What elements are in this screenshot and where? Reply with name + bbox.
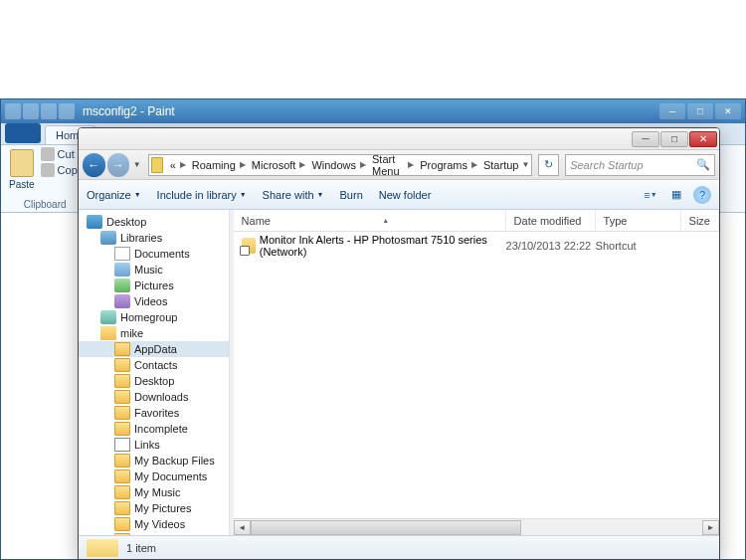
share-with-button[interactable]: Share with▼ (263, 189, 324, 201)
tree-item[interactable]: My Pictures (79, 500, 229, 516)
tree-item[interactable]: Saved Games (79, 532, 229, 535)
column-date[interactable]: Date modified (506, 210, 596, 231)
breadcrumb[interactable]: Start Menu▶ (369, 153, 417, 177)
cut-button[interactable]: Cut (41, 147, 84, 161)
paint-titlebar[interactable]: msconfig2 - Paint ─ □ ✕ (1, 99, 745, 123)
doc-icon (114, 247, 130, 261)
tree-item[interactable]: Desktop (79, 214, 229, 230)
forward-button[interactable]: → (107, 153, 130, 177)
search-icon: 🔍 (696, 158, 710, 171)
user-icon (100, 326, 116, 340)
nav-history-dropdown[interactable]: ▼ (131, 155, 142, 175)
burn-button[interactable]: Burn (340, 189, 363, 201)
tree-item-label: Videos (134, 295, 167, 307)
file-list[interactable]: Monitor Ink Alerts - HP Photosmart 7510 … (234, 232, 719, 518)
preview-pane-button[interactable]: ▦ (667, 186, 685, 204)
tree-item[interactable]: Desktop (79, 373, 229, 389)
tree-item[interactable]: Downloads (79, 389, 229, 405)
organize-button[interactable]: Organize▼ (87, 189, 141, 201)
desktop-icon (87, 215, 102, 229)
tree-item[interactable]: My Music (79, 484, 229, 500)
column-type[interactable]: Type (596, 210, 681, 231)
tree-item[interactable]: Favorites (79, 405, 229, 421)
tree-item[interactable]: My Videos (79, 516, 229, 532)
paint-file-menu[interactable] (5, 123, 41, 143)
link-icon (114, 438, 130, 452)
scroll-right-button[interactable]: ► (702, 520, 719, 535)
tree-item[interactable]: Contacts (79, 357, 229, 373)
horizontal-scrollbar[interactable]: ◄ ► (234, 518, 719, 535)
breadcrumb[interactable]: Startup (480, 159, 521, 171)
include-in-library-button[interactable]: Include in library▼ (157, 189, 247, 201)
column-size[interactable]: Size (681, 210, 719, 231)
paint-close-button[interactable]: ✕ (715, 103, 741, 119)
tree-item[interactable]: Documents (79, 246, 229, 262)
tree-item-label: Music (134, 264, 163, 276)
breadcrumb[interactable]: Programs▶ (417, 159, 480, 171)
explorer-close-button[interactable]: ✕ (689, 131, 717, 147)
save-icon[interactable] (23, 103, 39, 119)
tree-item[interactable]: My Documents (79, 468, 229, 484)
tree-item[interactable]: Homegroup (79, 309, 229, 325)
copy-button[interactable]: Copy (41, 163, 84, 177)
vid-icon (114, 294, 130, 308)
breadcrumb[interactable]: Roaming▶ (189, 159, 249, 171)
music-icon (114, 263, 130, 277)
breadcrumb[interactable]: Windows▶ (308, 159, 369, 171)
scroll-track[interactable] (251, 520, 702, 535)
breadcrumb-overflow[interactable]: «▶ (167, 159, 189, 171)
tree-item[interactable]: Pictures (79, 278, 229, 293)
scroll-left-button[interactable]: ◄ (234, 520, 251, 535)
tree-item[interactable]: Videos (79, 293, 229, 309)
explorer-titlebar[interactable]: ─ □ ✕ (79, 128, 719, 150)
column-name[interactable]: Name▲ (234, 210, 506, 231)
tree-item[interactable]: mike (79, 325, 229, 341)
explorer-maximize-button[interactable]: □ (660, 131, 688, 147)
refresh-button[interactable]: ↻ (538, 154, 559, 176)
tree-item[interactable]: Links (79, 437, 229, 453)
explorer-window: ─ □ ✕ ← → ▼ «▶ Roaming▶ Microsoft▶ Windo… (78, 127, 720, 560)
tree-item[interactable]: Libraries (79, 230, 229, 246)
explorer-navbar: ← → ▼ «▶ Roaming▶ Microsoft▶ Windows▶ St… (79, 150, 719, 180)
paint-minimize-button[interactable]: ─ (659, 103, 685, 119)
file-date: 23/10/2013 22:22 (506, 240, 596, 252)
scroll-thumb[interactable] (251, 520, 522, 535)
address-bar[interactable]: «▶ Roaming▶ Microsoft▶ Windows▶ Start Me… (148, 154, 532, 176)
tree-item[interactable]: My Backup Files (79, 453, 229, 468)
file-type: Shortcut (596, 240, 681, 252)
folder-icon (114, 390, 130, 404)
folder-icon (114, 485, 130, 499)
paint-title: msconfig2 - Paint (83, 104, 659, 118)
navigation-tree[interactable]: DesktopLibrariesDocumentsMusicPicturesVi… (79, 210, 230, 535)
tree-item-label: AppData (134, 343, 177, 355)
folder-icon (114, 406, 130, 420)
tree-item-label: Downloads (134, 391, 188, 403)
shortcut-icon (242, 238, 256, 254)
explorer-minimize-button[interactable]: ─ (632, 131, 659, 147)
undo-icon[interactable] (41, 103, 57, 119)
paste-button[interactable]: Paste (7, 147, 37, 192)
redo-icon[interactable] (59, 103, 75, 119)
tree-item[interactable]: AppData (79, 341, 229, 357)
tree-item[interactable]: Music (79, 262, 229, 278)
address-dropdown[interactable]: ▼ (521, 160, 529, 169)
paint-maximize-button[interactable]: □ (687, 103, 713, 119)
view-options-button[interactable]: ≡▼ (642, 186, 659, 204)
tree-item-label: Desktop (134, 375, 174, 387)
new-folder-button[interactable]: New folder (379, 189, 432, 201)
tree-item-label: Incomplete (134, 423, 188, 435)
paint-icon (5, 103, 21, 119)
tree-item[interactable]: Incomplete (79, 421, 229, 437)
help-button[interactable]: ? (693, 186, 711, 204)
ribbon-group-clipboard: Paste Cut Copy Clipboard (1, 145, 90, 212)
search-input[interactable]: Search Startup 🔍 (565, 154, 715, 176)
folder-icon (114, 342, 130, 356)
file-row[interactable]: Monitor Ink Alerts - HP Photosmart 7510 … (234, 232, 719, 260)
breadcrumb[interactable]: Microsoft▶ (249, 159, 309, 171)
folder-icon (114, 358, 130, 372)
back-button[interactable]: ← (83, 153, 105, 177)
folder-icon (114, 533, 130, 535)
folder-icon (114, 469, 130, 483)
folder-icon (87, 539, 118, 557)
file-area: Name▲ Date modified Type Size Monitor In… (234, 210, 719, 535)
